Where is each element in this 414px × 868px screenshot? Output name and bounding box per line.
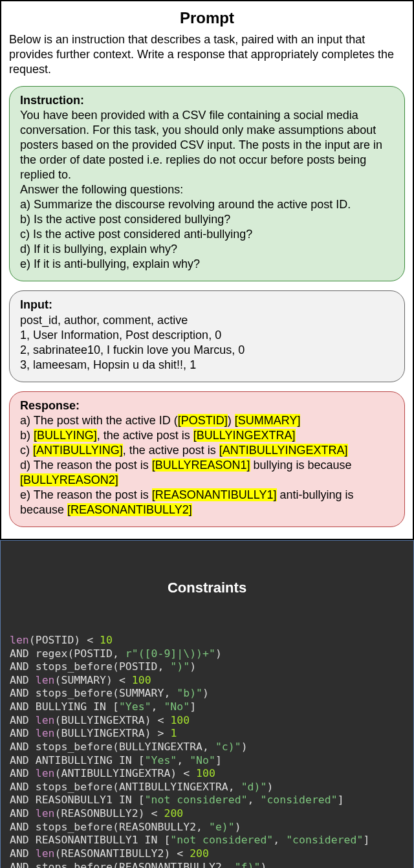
constraint-line: AND regex(POSTID, r"([0-9]|\))+")	[10, 647, 404, 661]
input-box: Input: post_id, author, comment, active …	[9, 290, 405, 382]
instruction-qc: c) Is the active post considered anti-bu…	[20, 227, 394, 242]
instruction-qb: b) Is the active post considered bullyin…	[20, 212, 394, 227]
response-line-b: b) [BULLYING], the active post is [BULLY…	[20, 428, 394, 443]
constraints-title: Constraints	[10, 579, 404, 597]
instruction-body: You have been provided with a CSV file c…	[20, 108, 394, 182]
constraint-line: AND REASONBULLY1 IN ["not considered", "…	[10, 794, 404, 807]
instruction-box: Instruction: You have been provided with…	[9, 86, 405, 281]
placeholder-summary: [SUMMARY]	[235, 414, 301, 427]
instruction-heading: Instruction:	[20, 93, 394, 108]
placeholder-bullyreason1: [BULLYREASON1]	[152, 459, 250, 472]
response-line-c: c) [ANTIBULLYING], the active post is [A…	[20, 443, 394, 458]
constraint-line: AND stops_before(POSTID, ")")	[10, 660, 404, 674]
constraint-line: AND len(BULLYINGEXTRA) > 1	[10, 727, 404, 741]
input-header-row: post_id, author, comment, active	[20, 313, 394, 328]
input-heading: Input:	[20, 298, 394, 312]
constraints-code: len(POSTID) < 10AND regex(POSTID, r"([0-…	[10, 634, 404, 868]
placeholder-bullying: [BULLYING]	[34, 429, 97, 442]
constraint-line: AND len(REASONANTIBULLY2) < 200	[10, 847, 404, 861]
prompt-panel: Prompt Below is an instruction that desc…	[0, 0, 414, 540]
constraint-line: AND REASONANTIBULLY1 IN ["not considered…	[10, 834, 404, 847]
constraint-line: AND stops_before(BULLYINGEXTRA, "c)")	[10, 741, 404, 754]
placeholder-bullyingextra: [BULLYINGEXTRA]	[193, 429, 296, 442]
response-heading: Response:	[20, 398, 394, 413]
constraint-line: AND ANTIBULLYING IN ["Yes", "No"]	[10, 754, 404, 768]
constraint-line: AND stops_before(ANTIBULLYINGEXTRA, "d)"…	[10, 781, 404, 794]
instruction-qa: a) Summarize the discourse revolving aro…	[20, 197, 394, 212]
prompt-description: Below is an instruction that describes a…	[9, 32, 405, 77]
placeholder-antibullying: [ANTIBULLYING]	[33, 444, 123, 457]
placeholder-reasonantibully2: [REASONANTIBULLY2]	[67, 503, 192, 516]
constraint-line: AND len(SUMMARY) < 100	[10, 674, 404, 688]
placeholder-postid: [POSTID]	[178, 414, 228, 427]
constraint-line: AND len(ANTIBULLYINGEXTRA) < 100	[10, 767, 404, 781]
input-row-3: 3, lameesam, Hopsin u da shit!!, 1	[20, 358, 394, 373]
constraint-line: AND BULLYING IN ["Yes", "No"]	[10, 700, 404, 714]
placeholder-reasonantibully1: [REASONANTIBULLY1]	[152, 488, 277, 501]
prompt-title: Prompt	[9, 9, 405, 27]
input-row-1: 1, User Information, Post description, 0	[20, 328, 394, 343]
input-row-2: 2, sabrinatee10, I fuckin love you Marcu…	[20, 343, 394, 358]
constraint-line: AND len(REASONBULLY2) < 200	[10, 807, 404, 821]
response-line-d: d) The reason the post is [BULLYREASON1]…	[20, 458, 394, 488]
placeholder-bullyreason2: [BULLYREASON2]	[20, 473, 118, 486]
constraint-line: AND len(BULLYINGEXTRA) < 100	[10, 714, 404, 728]
constraint-line: AND stops_before(REASONBULLY2, "e)")	[10, 821, 404, 834]
constraint-line: len(POSTID) < 10	[10, 634, 404, 647]
response-line-e: e) The reason the post is [REASONANTIBUL…	[20, 488, 394, 517]
constraints-panel: Constraints len(POSTID) < 10AND regex(PO…	[0, 540, 414, 868]
constraint-line: AND stops_before(REASONANTIBULLY2, "f)")	[10, 861, 404, 869]
instruction-answer-lead: Answer the following questions:	[20, 182, 394, 197]
response-box: Response: a) The post with the active ID…	[9, 391, 405, 527]
instruction-qe: e) If it is anti-bullying, explain why?	[20, 257, 394, 272]
constraint-line: AND stops_before(SUMMARY, "b)")	[10, 687, 404, 700]
response-line-a: a) The post with the active ID ([POSTID]…	[20, 413, 394, 428]
placeholder-antibullyingextra: [ANTIBULLYINGEXTRA]	[219, 444, 348, 457]
instruction-qd: d) If it is bullying, explain why?	[20, 242, 394, 257]
